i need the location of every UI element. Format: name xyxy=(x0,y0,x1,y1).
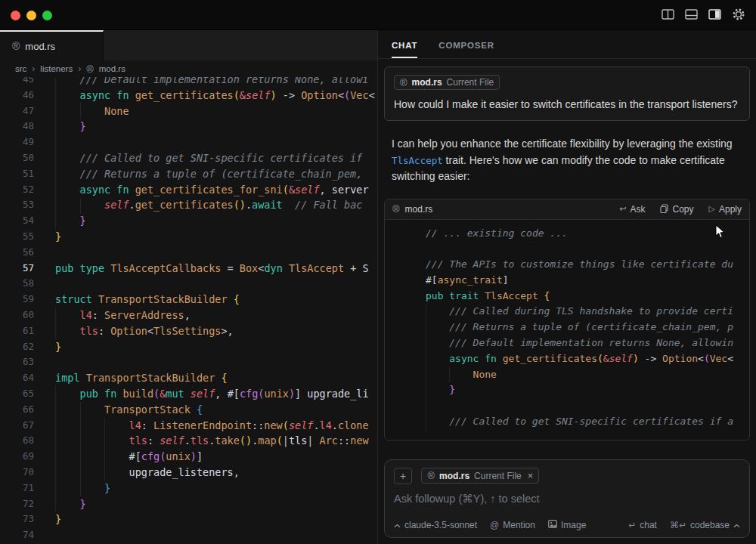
line-number: 47 xyxy=(0,104,34,119)
minimize-button[interactable] xyxy=(26,11,36,20)
codebase-submit-button[interactable]: ⌘↵ codebase xyxy=(670,520,740,530)
rust-file-icon: ® xyxy=(86,64,94,74)
code-line: 54} xyxy=(0,213,377,229)
input-placeholder[interactable]: Ask followup (⌘Y), ↑ to select xyxy=(394,493,740,505)
indent-guide xyxy=(55,418,80,434)
breadcrumb-listeners[interactable]: listeners xyxy=(40,64,73,73)
at-icon: @ xyxy=(490,520,499,530)
indent-guide xyxy=(80,418,105,434)
tab-label: mod.rs xyxy=(25,41,55,52)
indent-guide xyxy=(426,398,449,414)
editor-pane: ® mod.rs src › listeners › ® mod.rs 45//… xyxy=(0,30,378,544)
indent-guide xyxy=(426,335,449,351)
sidebar-right-icon[interactable] xyxy=(708,8,721,20)
titlebar xyxy=(0,0,756,30)
app-window: ® mod.rs src › listeners › ® mod.rs 45//… xyxy=(0,0,756,544)
input-context-chip[interactable]: ® mod.rs Current File × xyxy=(421,468,539,484)
code-line: /// Default implementation returns None,… xyxy=(404,335,749,351)
tab-bar-empty-area[interactable] xyxy=(104,30,377,60)
rust-file-icon: ® xyxy=(427,471,435,481)
line-number: 51 xyxy=(0,166,34,182)
line-number: 65 xyxy=(0,386,34,402)
tab-chat[interactable]: CHAT xyxy=(392,41,417,58)
indent-guide xyxy=(55,88,80,104)
code-line: 48} xyxy=(0,119,377,134)
indent-guide xyxy=(55,150,80,166)
chat-submit-button[interactable]: ↵ chat xyxy=(628,520,657,530)
mention-button[interactable]: @ Mention xyxy=(490,520,535,530)
copy-button[interactable]: Copy xyxy=(660,204,693,215)
indent-guide xyxy=(104,433,129,449)
add-context-button[interactable]: + xyxy=(394,468,412,484)
ask-button[interactable]: ↩Ask xyxy=(619,204,645,215)
breadcrumb-file[interactable]: mod.rs xyxy=(99,64,125,73)
code-block-body[interactable]: // ... existing code .../// The APIs to … xyxy=(385,220,749,430)
apply-button[interactable]: ▷Apply xyxy=(709,204,742,215)
chip-badge: Current File xyxy=(447,77,494,88)
chat-panel: CHAT COMPOSER ® mod.rs Current File How … xyxy=(378,30,756,544)
code-line: 47None xyxy=(0,104,377,119)
breadcrumb-separator: › xyxy=(32,63,35,74)
line-number: 57 xyxy=(0,261,34,277)
line-number: 69 xyxy=(0,449,34,465)
close-button[interactable] xyxy=(11,11,20,20)
rust-file-icon: ® xyxy=(400,78,407,88)
line-number: 49 xyxy=(0,134,34,150)
settings-gear-icon[interactable] xyxy=(732,8,745,21)
code-editor[interactable]: 45/// Default implementation returns Non… xyxy=(0,77,377,544)
indent-guide xyxy=(55,433,80,449)
indent-guide xyxy=(426,382,449,398)
code-line: pub trait TlsAccept { xyxy=(404,289,749,304)
indent-guide xyxy=(55,323,80,339)
chat-input[interactable]: + ® mod.rs Current File × Ask followup (… xyxy=(384,459,750,538)
rust-file-icon: ® xyxy=(392,204,400,214)
chip-filename: mod.rs xyxy=(439,471,469,481)
remove-context-icon[interactable]: × xyxy=(528,470,534,481)
line-number: 50 xyxy=(0,150,34,166)
chevron-up-icon xyxy=(733,520,740,530)
cmd-return-key-icon: ⌘↵ xyxy=(670,520,686,530)
context-chip[interactable]: ® mod.rs Current File xyxy=(394,75,500,90)
code-line: 51/// Returns a tuple of (certificate_ch… xyxy=(0,166,377,182)
code-line: 64impl TransportStackBuilder { xyxy=(0,370,377,386)
tab-composer[interactable]: COMPOSER xyxy=(438,41,494,58)
indent-guide xyxy=(104,449,129,465)
breadcrumb: src › listeners › ® mod.rs xyxy=(0,60,377,77)
code-line: 62} xyxy=(0,339,377,355)
indent-guide xyxy=(426,351,449,367)
inline-code: TlsAccept xyxy=(392,155,443,166)
code-line: 53self.get_certificates().await // Fall … xyxy=(0,197,377,213)
indent-guide xyxy=(426,304,449,320)
line-number: 54 xyxy=(0,213,34,229)
line-number: 52 xyxy=(0,182,34,198)
model-selector[interactable]: claude-3.5-sonnet xyxy=(394,520,477,530)
indent-guide xyxy=(55,104,80,119)
line-number: 62 xyxy=(0,339,34,355)
tab-bar: ® mod.rs xyxy=(0,30,377,60)
breadcrumb-src[interactable]: src xyxy=(15,64,26,73)
code-block-filename: mod.rs xyxy=(405,204,433,215)
tab-mod-rs[interactable]: ® mod.rs xyxy=(0,30,104,60)
code-line: // ... existing code ... xyxy=(404,226,749,242)
code-line: 71} xyxy=(0,481,377,496)
image-button[interactable]: Image xyxy=(548,520,586,530)
code-line: 58 xyxy=(0,276,377,292)
play-icon: ▷ xyxy=(709,204,715,214)
panel-layout-icon[interactable] xyxy=(685,8,698,20)
split-editor-icon[interactable] xyxy=(662,8,674,20)
line-number: 68 xyxy=(0,433,34,449)
zoom-button[interactable] xyxy=(42,11,52,20)
chip-badge: Current File xyxy=(474,471,522,481)
indent-guide xyxy=(80,197,105,213)
indent-guide xyxy=(55,119,80,134)
code-line: 57pub type TlsAcceptCallbacks = Box<dyn … xyxy=(0,261,377,277)
chip-filename: mod.rs xyxy=(412,77,442,88)
line-number: 53 xyxy=(0,197,34,213)
indent-guide xyxy=(55,386,80,402)
code-line: 46async fn get_certificates(&self) -> Op… xyxy=(0,88,377,104)
image-icon xyxy=(548,520,557,530)
indent-guide xyxy=(55,166,80,182)
code-line: 66TransportStack { xyxy=(0,402,377,418)
indent-guide xyxy=(80,104,105,119)
traffic-lights xyxy=(11,11,52,20)
